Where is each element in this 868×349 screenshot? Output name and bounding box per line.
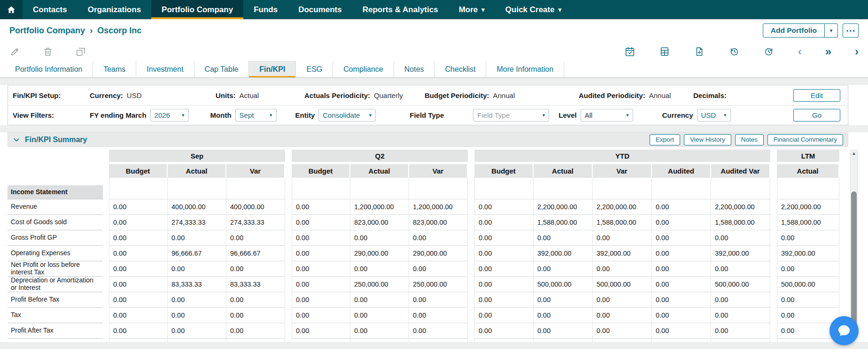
nav-item-quick-create[interactable]: Quick Create ▾ xyxy=(495,0,572,19)
expand-panel-button[interactable]: » xyxy=(825,46,831,57)
view-history-button[interactable]: View History xyxy=(684,134,731,145)
cell-value xyxy=(534,185,593,199)
nav-item-organizations[interactable]: Organizations xyxy=(78,0,151,19)
cell-value: 0.00 xyxy=(534,339,593,342)
duplicate-button[interactable] xyxy=(75,46,86,57)
nav-item-funds[interactable]: Funds xyxy=(243,0,288,19)
chevron-down-icon: ▾ xyxy=(542,112,545,118)
add-portfolio-dropdown[interactable]: ▾ xyxy=(825,23,838,38)
edit-icon xyxy=(10,46,20,57)
tab-notes[interactable]: Notes xyxy=(394,61,435,77)
scroll-up-arrow[interactable]: ▲ xyxy=(851,150,857,157)
more-actions-button[interactable]: ⋯ xyxy=(843,23,859,38)
export-button[interactable]: Export xyxy=(650,134,680,145)
field-type-select[interactable]: Field Type ▾ xyxy=(473,109,549,121)
cell-value: 0.00 xyxy=(226,230,285,246)
row-label: Revenue xyxy=(8,199,103,215)
vertical-scrollbar[interactable]: ▲ xyxy=(850,150,858,339)
edit-setup-button[interactable]: Edit xyxy=(793,89,840,102)
add-file-button[interactable] xyxy=(694,46,705,57)
financial-commentary-button[interactable]: Financial Commentary xyxy=(767,134,843,145)
level-select[interactable]: All ▾ xyxy=(581,109,633,121)
field-type-select-value: Field Type xyxy=(477,111,510,119)
setup-field-budget-periodicity: Budget Periodicity: Annual xyxy=(425,91,579,99)
record-tabs: Portfolio Information Teams Investment C… xyxy=(0,61,868,78)
tab-investment[interactable]: Investment xyxy=(136,61,194,77)
cell-value: 0.00 xyxy=(109,199,168,215)
collapse-section-button[interactable] xyxy=(13,136,21,144)
entity-select[interactable]: Consolidate ▾ xyxy=(318,109,376,121)
cell-value xyxy=(409,178,468,185)
setup-field-label: Budget Periodicity: xyxy=(425,91,489,99)
chat-launcher-button[interactable] xyxy=(829,316,859,345)
cell-value: 274,333.33 xyxy=(168,215,226,230)
cell-value: 0.00 xyxy=(593,308,652,323)
go-button[interactable]: Go xyxy=(793,109,840,121)
spreadsheet-button[interactable] xyxy=(659,46,670,57)
cell-value: 0.00 xyxy=(292,261,350,277)
tab-compliance[interactable]: Compliance xyxy=(333,61,394,77)
ellipsis-icon: ⋯ xyxy=(846,25,855,36)
breadcrumb-parent[interactable]: Portfolio Company xyxy=(9,26,85,36)
audit-history-button[interactable] xyxy=(763,46,775,57)
group-gap xyxy=(770,164,777,178)
tab-portfolio-information[interactable]: Portfolio Information xyxy=(5,61,93,77)
cell-value xyxy=(109,185,168,199)
row-label xyxy=(8,178,103,185)
setup-field-label: Actuals Periodicity: xyxy=(304,91,370,99)
scrollbar-thumb[interactable] xyxy=(851,191,857,327)
cell-value: 0.00 xyxy=(652,246,711,261)
previous-record-button[interactable]: ‹ xyxy=(798,46,802,57)
breadcrumb-current: Oscorp Inc xyxy=(97,26,141,36)
cell-value: 0.00 xyxy=(109,215,168,230)
nav-item-portfolio-company[interactable]: Portfolio Company xyxy=(151,0,243,19)
currency-select[interactable]: USD ▾ xyxy=(697,109,731,121)
next-record-button[interactable]: › xyxy=(855,46,859,57)
group-gap xyxy=(468,185,474,199)
level-label: Level xyxy=(558,111,576,119)
notes-button[interactable]: Notes xyxy=(735,134,764,145)
group-gap xyxy=(285,339,292,342)
setup-field-actuals-periodicity: Actuals Periodicity: Quarterly xyxy=(304,91,425,99)
nav-item-documents[interactable]: Documents xyxy=(288,0,352,19)
currency-label: Currency xyxy=(662,111,693,119)
nav-item-more[interactable]: More ▾ xyxy=(449,0,495,19)
cell-value: 0.00 xyxy=(593,339,652,342)
label-gap xyxy=(103,178,109,185)
tab-esg[interactable]: ESG xyxy=(296,61,333,77)
cell-value: 0.00 xyxy=(652,277,711,292)
group-gap xyxy=(285,261,292,277)
row-label: Depreciation or Amortization or Interest xyxy=(8,277,103,292)
history-button[interactable] xyxy=(728,46,740,57)
home-button[interactable] xyxy=(0,0,23,19)
setup-field-label: Currency: xyxy=(90,91,123,99)
add-portfolio-button[interactable]: Add Portfolio xyxy=(763,23,825,38)
nav-item-contacts[interactable]: Contacts xyxy=(23,0,78,19)
tab-teams[interactable]: Teams xyxy=(93,61,136,77)
cell-value: 0.00 xyxy=(168,261,226,277)
cell-value: 0.00 xyxy=(109,323,168,339)
finkpi-summary-header: Fin/KPI Summary Export View History Note… xyxy=(8,132,848,147)
group-gap xyxy=(285,308,292,323)
cell-value: 0.00 xyxy=(292,323,350,339)
fy-select[interactable]: 2026 ▾ xyxy=(150,109,189,121)
cell-value: 2,200,000.00 xyxy=(777,199,839,215)
group-gap xyxy=(770,292,777,308)
month-select[interactable]: Sept ▾ xyxy=(235,109,277,121)
tab-cap-table[interactable]: Cap Table xyxy=(194,61,249,77)
calendar-button[interactable] xyxy=(624,46,636,57)
tab-more-information[interactable]: More Information xyxy=(486,61,564,77)
tab-checklist[interactable]: Checklist xyxy=(435,61,487,77)
nav-item-reports-analytics[interactable]: Reports & Analytics xyxy=(352,0,449,19)
group-gap xyxy=(770,277,777,292)
column-header: Budget xyxy=(474,164,534,178)
edit-button[interactable] xyxy=(9,46,21,57)
setup-field-currency: Currency: USD xyxy=(90,91,216,99)
cell-value xyxy=(350,178,409,185)
trash-icon xyxy=(43,46,53,57)
delete-button[interactable] xyxy=(42,46,54,57)
table-row: Cost of Goods sold0.00274,333.33274,333.… xyxy=(8,215,868,230)
tab-fin-kpi[interactable]: Fin/KPI xyxy=(249,61,296,77)
group-gap xyxy=(285,150,292,162)
setup-field-decimals: Decimals: xyxy=(693,91,793,99)
